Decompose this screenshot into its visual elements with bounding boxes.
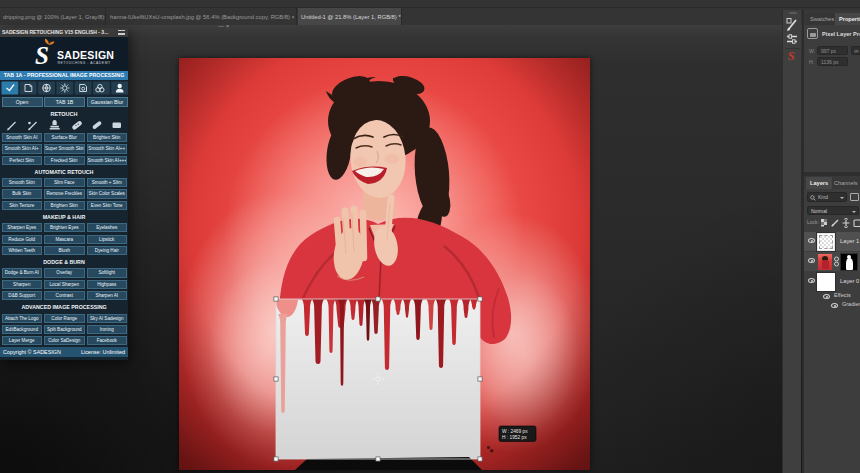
svg-text:RETOUCHING - ACADEMY: RETOUCHING - ACADEMY: [58, 61, 112, 65]
svg-text:W : 2469 px: W : 2469 px: [502, 429, 528, 434]
svg-text:S: S: [788, 48, 795, 63]
svg-text:SADESIGN: SADESIGN: [57, 49, 114, 61]
svg-text:H : 1952 px: H : 1952 px: [502, 435, 527, 440]
svg-text:S: S: [35, 42, 49, 69]
